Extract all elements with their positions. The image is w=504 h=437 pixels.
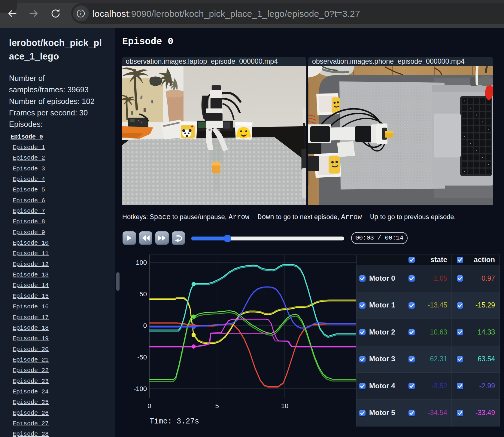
svg-text:0: 0 [147, 402, 151, 410]
svg-text:-100: -100 [134, 385, 147, 393]
svg-text:Time: 3.27s: Time: 3.27s [150, 417, 199, 426]
svg-text:0: 0 [143, 322, 147, 329]
svg-text:5: 5 [215, 402, 219, 410]
svg-text:-50: -50 [137, 353, 147, 361]
svg-text:50: 50 [140, 290, 147, 298]
svg-text:10: 10 [281, 402, 288, 410]
svg-text:100: 100 [136, 259, 147, 266]
